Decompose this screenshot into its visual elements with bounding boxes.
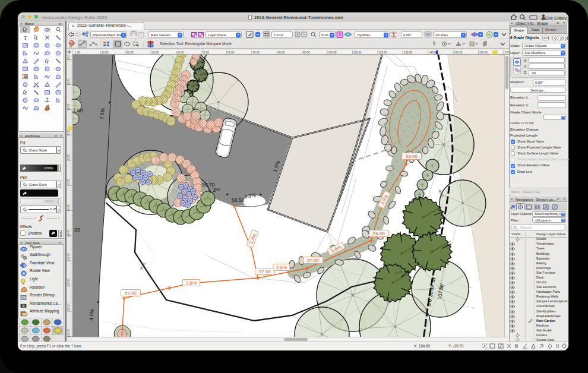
svg-text:58.50: 58.50 bbox=[232, 197, 245, 203]
svg-text:57.00: 57.00 bbox=[307, 258, 320, 263]
svg-text:30.00: 30.00 bbox=[67, 78, 70, 86]
svg-text:120.00: 120.00 bbox=[67, 304, 70, 312]
svg-text:90.00: 90.00 bbox=[303, 51, 310, 54]
svg-text:40.00: 40.00 bbox=[177, 51, 184, 54]
svg-text:2.6%: 2.6% bbox=[276, 265, 287, 270]
svg-text:70.00: 70.00 bbox=[67, 179, 70, 186]
svg-text:4.0%: 4.0% bbox=[88, 308, 95, 321]
svg-text:50.00: 50.00 bbox=[203, 51, 210, 54]
svg-text:60.00: 60.00 bbox=[227, 51, 235, 54]
svg-text:110.00: 110.00 bbox=[67, 279, 70, 287]
svg-text:2.8%: 2.8% bbox=[186, 280, 197, 286]
svg-text:90.00: 90.00 bbox=[67, 229, 70, 236]
svg-text:170.00: 170.00 bbox=[504, 51, 509, 54]
svg-text:80.00: 80.00 bbox=[67, 204, 70, 211]
svg-text:150.00: 150.00 bbox=[454, 51, 463, 54]
svg-text:160.00: 160.00 bbox=[479, 51, 488, 54]
svg-text:80.00: 80.00 bbox=[278, 51, 285, 54]
svg-text:100.00: 100.00 bbox=[67, 253, 70, 261]
svg-text:.00: .00 bbox=[77, 51, 81, 54]
svg-text:55.00: 55.00 bbox=[406, 154, 418, 159]
svg-text:40.00: 40.00 bbox=[67, 103, 70, 110]
svg-text:57.50: 57.50 bbox=[259, 269, 271, 274]
svg-text:70.00: 70.00 bbox=[252, 51, 260, 54]
svg-text:T: T bbox=[24, 35, 27, 41]
svg-text:130.00: 130.00 bbox=[404, 51, 412, 54]
svg-text:120.00: 120.00 bbox=[378, 51, 387, 54]
svg-text:59.00: 59.00 bbox=[125, 290, 137, 296]
svg-text:57.50: 57.50 bbox=[72, 108, 83, 113]
svg-text:30.00: 30.00 bbox=[152, 51, 159, 54]
svg-text:130.00: 130.00 bbox=[67, 328, 70, 337]
svg-text:20.00: 20.00 bbox=[67, 55, 70, 60]
svg-text:60.00: 60.00 bbox=[67, 154, 70, 161]
svg-text:.00: .00 bbox=[73, 227, 80, 233]
svg-text:20.00: 20.00 bbox=[127, 51, 134, 54]
svg-text:10.00: 10.00 bbox=[102, 51, 109, 54]
svg-text:56.00: 56.00 bbox=[373, 231, 385, 236]
svg-text:100.00: 100.00 bbox=[328, 51, 337, 54]
